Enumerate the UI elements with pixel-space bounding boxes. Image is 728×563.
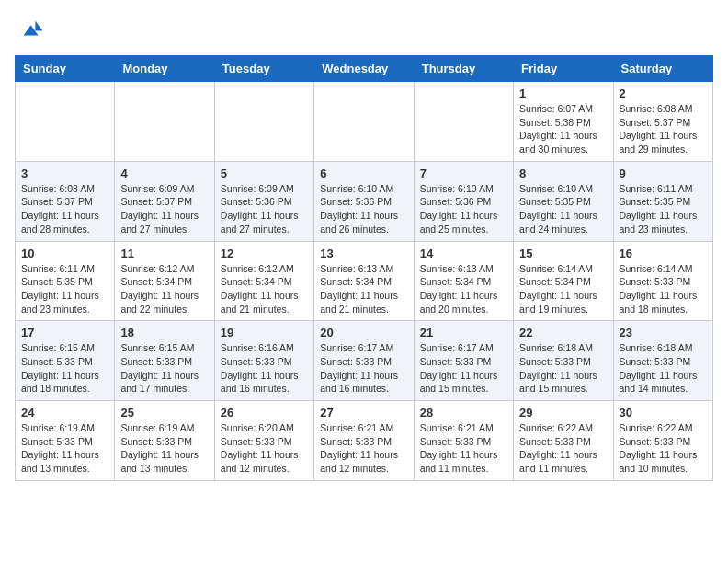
calendar-week-row: 3Sunrise: 6:08 AM Sunset: 5:37 PM Daylig…: [16, 161, 713, 241]
calendar-cell: 23Sunrise: 6:18 AM Sunset: 5:33 PM Dayli…: [613, 321, 712, 401]
cell-info: Sunrise: 6:09 AM Sunset: 5:36 PM Dayligh…: [221, 182, 308, 236]
cell-info: Sunrise: 6:11 AM Sunset: 5:35 PM Dayligh…: [21, 262, 108, 316]
day-number: 15: [519, 247, 607, 260]
calendar-cell: [414, 82, 513, 162]
cell-info: Sunrise: 6:16 AM Sunset: 5:33 PM Dayligh…: [221, 341, 308, 396]
calendar-cell: 12Sunrise: 6:12 AM Sunset: 5:34 PM Dayli…: [214, 241, 313, 321]
day-number: 21: [420, 326, 507, 339]
calendar-cell: 4Sunrise: 6:09 AM Sunset: 5:37 PM Daylig…: [115, 161, 214, 241]
day-number: 18: [120, 326, 208, 339]
cell-info: Sunrise: 6:14 AM Sunset: 5:34 PM Dayligh…: [519, 262, 607, 316]
day-number: 23: [620, 326, 707, 339]
calendar-cell: 30Sunrise: 6:22 AM Sunset: 5:33 PM Dayli…: [613, 401, 712, 481]
day-number: 16: [620, 247, 707, 260]
day-header-tuesday: Tuesday: [214, 56, 313, 82]
calendar-cell: 18Sunrise: 6:15 AM Sunset: 5:33 PM Dayli…: [115, 321, 214, 401]
cell-info: Sunrise: 6:09 AM Sunset: 5:37 PM Dayligh…: [120, 182, 208, 236]
cell-info: Sunrise: 6:15 AM Sunset: 5:33 PM Dayligh…: [120, 341, 208, 396]
calendar-cell: 6Sunrise: 6:10 AM Sunset: 5:36 PM Daylig…: [314, 161, 414, 241]
calendar-cell: 1Sunrise: 6:07 AM Sunset: 5:38 PM Daylig…: [514, 82, 613, 162]
day-number: 24: [21, 406, 108, 419]
calendar-cell: 22Sunrise: 6:18 AM Sunset: 5:33 PM Dayli…: [514, 321, 613, 401]
day-number: 13: [320, 247, 407, 260]
day-number: 14: [420, 247, 507, 260]
day-number: 11: [120, 247, 208, 260]
day-header-friday: Friday: [514, 56, 613, 82]
day-number: 29: [519, 406, 607, 419]
calendar-week-row: 24Sunrise: 6:19 AM Sunset: 5:33 PM Dayli…: [16, 401, 713, 481]
day-number: 26: [221, 406, 308, 419]
cell-info: Sunrise: 6:07 AM Sunset: 5:38 PM Dayligh…: [519, 102, 607, 156]
calendar-cell: 2Sunrise: 6:08 AM Sunset: 5:37 PM Daylig…: [613, 82, 712, 162]
logo-icon: [15, 15, 44, 44]
day-number: 6: [320, 167, 407, 180]
calendar-cell: 16Sunrise: 6:14 AM Sunset: 5:33 PM Dayli…: [613, 241, 712, 321]
calendar-cell: [115, 82, 214, 162]
calendar-cell: 26Sunrise: 6:20 AM Sunset: 5:33 PM Dayli…: [214, 401, 313, 481]
cell-info: Sunrise: 6:21 AM Sunset: 5:33 PM Dayligh…: [320, 421, 407, 476]
calendar-cell: 15Sunrise: 6:14 AM Sunset: 5:34 PM Dayli…: [514, 241, 613, 321]
cell-info: Sunrise: 6:11 AM Sunset: 5:35 PM Dayligh…: [620, 182, 707, 236]
cell-info: Sunrise: 6:14 AM Sunset: 5:33 PM Dayligh…: [620, 262, 707, 316]
calendar-cell: 21Sunrise: 6:17 AM Sunset: 5:33 PM Dayli…: [414, 321, 513, 401]
logo: [15, 15, 48, 44]
day-number: 5: [221, 167, 308, 180]
calendar-cell: [214, 82, 313, 162]
day-header-wednesday: Wednesday: [314, 56, 414, 82]
cell-info: Sunrise: 6:17 AM Sunset: 5:33 PM Dayligh…: [420, 341, 507, 396]
calendar-cell: 27Sunrise: 6:21 AM Sunset: 5:33 PM Dayli…: [314, 401, 414, 481]
day-number: 12: [221, 247, 308, 260]
calendar-cell: [314, 82, 414, 162]
calendar-cell: 5Sunrise: 6:09 AM Sunset: 5:36 PM Daylig…: [214, 161, 313, 241]
cell-info: Sunrise: 6:18 AM Sunset: 5:33 PM Dayligh…: [620, 341, 707, 396]
cell-info: Sunrise: 6:12 AM Sunset: 5:34 PM Dayligh…: [120, 262, 208, 316]
calendar-cell: 10Sunrise: 6:11 AM Sunset: 5:35 PM Dayli…: [16, 241, 115, 321]
day-number: 4: [120, 167, 208, 180]
calendar-cell: 14Sunrise: 6:13 AM Sunset: 5:34 PM Dayli…: [414, 241, 513, 321]
calendar-cell: 20Sunrise: 6:17 AM Sunset: 5:33 PM Dayli…: [314, 321, 414, 401]
day-header-thursday: Thursday: [414, 56, 513, 82]
calendar-week-row: 10Sunrise: 6:11 AM Sunset: 5:35 PM Dayli…: [16, 241, 713, 321]
calendar-cell: 25Sunrise: 6:19 AM Sunset: 5:33 PM Dayli…: [115, 401, 214, 481]
calendar-cell: 8Sunrise: 6:10 AM Sunset: 5:35 PM Daylig…: [514, 161, 613, 241]
cell-info: Sunrise: 6:12 AM Sunset: 5:34 PM Dayligh…: [221, 262, 308, 316]
calendar-cell: 9Sunrise: 6:11 AM Sunset: 5:35 PM Daylig…: [613, 161, 712, 241]
cell-info: Sunrise: 6:10 AM Sunset: 5:35 PM Dayligh…: [519, 182, 607, 236]
calendar-table: SundayMondayTuesdayWednesdayThursdayFrid…: [15, 55, 713, 481]
calendar-week-row: 1Sunrise: 6:07 AM Sunset: 5:38 PM Daylig…: [16, 82, 713, 162]
cell-info: Sunrise: 6:15 AM Sunset: 5:33 PM Dayligh…: [21, 341, 108, 396]
calendar-cell: 17Sunrise: 6:15 AM Sunset: 5:33 PM Dayli…: [16, 321, 115, 401]
page-header: [15, 15, 713, 44]
calendar-cell: 19Sunrise: 6:16 AM Sunset: 5:33 PM Dayli…: [214, 321, 313, 401]
cell-info: Sunrise: 6:19 AM Sunset: 5:33 PM Dayligh…: [21, 421, 108, 476]
cell-info: Sunrise: 6:17 AM Sunset: 5:33 PM Dayligh…: [320, 341, 407, 396]
day-number: 17: [21, 326, 108, 339]
cell-info: Sunrise: 6:20 AM Sunset: 5:33 PM Dayligh…: [221, 421, 308, 476]
day-number: 7: [420, 167, 507, 180]
cell-info: Sunrise: 6:22 AM Sunset: 5:33 PM Dayligh…: [620, 421, 707, 476]
day-number: 25: [120, 406, 208, 419]
day-number: 2: [620, 86, 707, 100]
cell-info: Sunrise: 6:19 AM Sunset: 5:33 PM Dayligh…: [120, 421, 208, 476]
day-number: 30: [620, 406, 707, 419]
day-number: 10: [21, 247, 108, 260]
day-header-sunday: Sunday: [16, 56, 115, 82]
day-number: 22: [519, 326, 607, 339]
day-number: 19: [221, 326, 308, 339]
calendar-cell: 11Sunrise: 6:12 AM Sunset: 5:34 PM Dayli…: [115, 241, 214, 321]
cell-info: Sunrise: 6:10 AM Sunset: 5:36 PM Dayligh…: [420, 182, 507, 236]
calendar-cell: 7Sunrise: 6:10 AM Sunset: 5:36 PM Daylig…: [414, 161, 513, 241]
day-number: 8: [519, 167, 607, 180]
calendar-cell: [16, 82, 115, 162]
calendar-cell: 28Sunrise: 6:21 AM Sunset: 5:33 PM Dayli…: [414, 401, 513, 481]
day-number: 1: [519, 86, 607, 100]
day-header-saturday: Saturday: [613, 56, 712, 82]
day-number: 28: [420, 406, 507, 419]
day-header-monday: Monday: [115, 56, 214, 82]
calendar-cell: 3Sunrise: 6:08 AM Sunset: 5:37 PM Daylig…: [16, 161, 115, 241]
day-number: 27: [320, 406, 407, 419]
cell-info: Sunrise: 6:13 AM Sunset: 5:34 PM Dayligh…: [420, 262, 507, 316]
day-number: 3: [21, 167, 108, 180]
calendar-header-row: SundayMondayTuesdayWednesdayThursdayFrid…: [16, 56, 713, 82]
svg-marker-0: [35, 20, 42, 30]
